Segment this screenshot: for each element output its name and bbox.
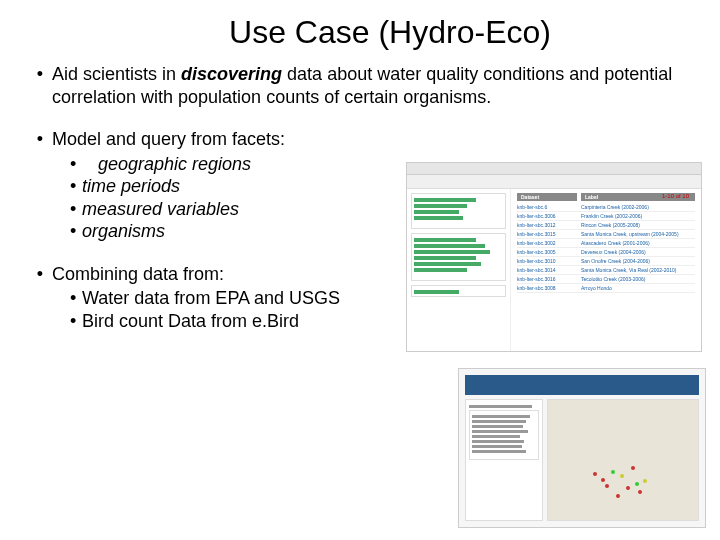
col-header-dataset: Dataset <box>517 193 577 201</box>
sub-item: geographic regions <box>98 153 388 176</box>
bullet-2: • Model and query from facets: •geograph… <box>28 128 388 243</box>
slide-title: Use Case (Hydro-Eco) <box>88 14 692 51</box>
portal-map <box>547 399 699 521</box>
table-row: knb-lter-sbc.3012Rincon Creek (2005-2008… <box>517 221 695 230</box>
table-row: knb-lter-sbc.3002Atascadero Creek (2001-… <box>517 239 695 248</box>
portal-banner <box>465 375 699 395</box>
screenshot-faceted-browser: 1-10 of 10 Dataset Label knb-lter-sbc.6C… <box>406 162 702 352</box>
sub-item: Water data from EPA and USGS <box>82 287 408 310</box>
table-row: knb-lter-sbc.3005Devereux Creek (2004-20… <box>517 248 695 257</box>
screenshot-water-portal <box>458 368 706 528</box>
bullet-marker: • <box>28 263 52 333</box>
bullet-1-text: Aid scientists in discovering data about… <box>52 63 692 108</box>
sub-item: Bird count Data from e.Bird <box>82 310 408 333</box>
table-row: knb-lter-sbc.6Carpinteria Creek (2002-20… <box>517 203 695 212</box>
dataset-table: Dataset Label knb-lter-sbc.6Carpinteria … <box>511 189 701 351</box>
sub-item: organisms <box>82 220 388 243</box>
table-row: knb-lter-sbc.3010San Onofre Creek (2004-… <box>517 257 695 266</box>
table-row: knb-lter-sbc.3014Santa Monica Creek, Via… <box>517 266 695 275</box>
sub-item: time periods <box>82 175 388 198</box>
table-row: knb-lter-sbc.3015Santa Monica Creek, ups… <box>517 230 695 239</box>
bullet-1: • Aid scientists in discovering data abo… <box>28 63 692 108</box>
sub-item: measured variables <box>82 198 388 221</box>
bullet-marker: • <box>28 63 52 108</box>
bullet-marker: • <box>28 128 52 243</box>
bullet-2-sublist: •geographic regions •time periods •measu… <box>52 153 388 243</box>
table-row: knb-lter-sbc.3016Tecolotito Creek (2003-… <box>517 275 695 284</box>
portal-sidebar <box>465 399 543 521</box>
bullet-3-sublist: •Water data from EPA and USGS •Bird coun… <box>52 287 408 332</box>
bullet-2-lead: Model and query from facets: <box>52 128 388 151</box>
bullet-3: • Combining data from: •Water data from … <box>28 263 408 333</box>
bullet-3-lead: Combining data from: <box>52 263 408 286</box>
table-row: knb-lter-sbc.3006Franklin Creek (2002-20… <box>517 212 695 221</box>
table-row: knb-lter-sbc.3008Arroyo Hondo <box>517 284 695 293</box>
facet-sidebar <box>407 189 511 351</box>
text-emph: discovering <box>181 64 282 84</box>
text-pre: Aid scientists in <box>52 64 181 84</box>
result-count-badge: 1-10 of 10 <box>662 193 689 199</box>
